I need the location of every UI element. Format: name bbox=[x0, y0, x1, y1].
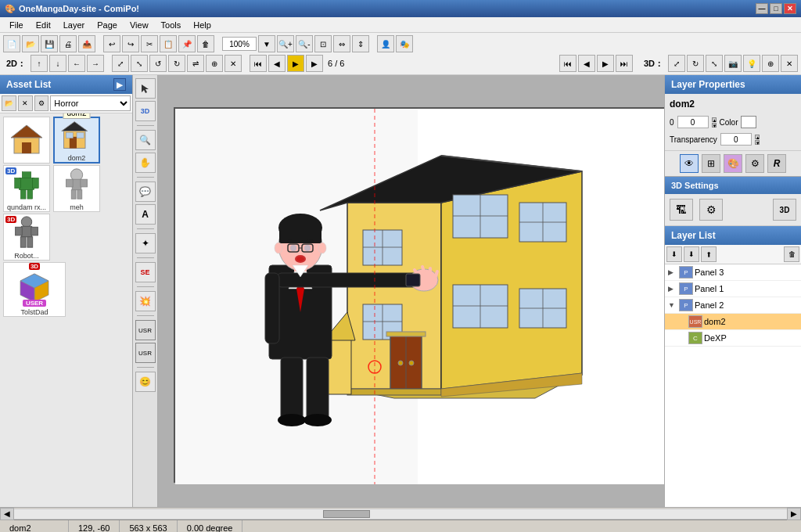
layer-panel1[interactable]: ▶ P Panel 1 bbox=[665, 281, 801, 297]
tb-open[interactable]: 📂 bbox=[22, 35, 39, 52]
tb-anim-start[interactable]: ⏮ bbox=[250, 55, 267, 72]
tool-se[interactable]: SE bbox=[135, 262, 156, 282]
tb-anim-next[interactable]: ▶ bbox=[306, 55, 323, 72]
tb-save[interactable]: 💾 bbox=[41, 35, 58, 52]
tb-2d-mirror[interactable]: ⇌ bbox=[187, 55, 204, 72]
asset-gundam[interactable]: 3D qundam rx... bbox=[3, 165, 50, 212]
tool-face[interactable]: 😊 bbox=[135, 372, 156, 392]
tb-flip-v[interactable]: ⇕ bbox=[352, 35, 369, 52]
tb-2d-x[interactable]: ✕ bbox=[224, 55, 242, 72]
tool-bubble[interactable]: 💬 bbox=[135, 182, 156, 202]
stroke-up-btn[interactable]: ▲ bbox=[712, 117, 717, 122]
tb-3d-move[interactable]: ⤢ bbox=[668, 55, 685, 72]
tb-3d-light[interactable]: 💡 bbox=[743, 55, 760, 72]
asset-house[interactable] bbox=[3, 117, 50, 164]
transparency-up-btn[interactable]: ▲ bbox=[755, 135, 760, 139]
layer-down-btn[interactable]: ⬇ bbox=[684, 246, 699, 262]
asset-add-btn[interactable]: 📂 bbox=[2, 95, 16, 111]
tb-frame-start[interactable]: ⏮ bbox=[559, 55, 577, 72]
tb-anim-play[interactable]: ▶ bbox=[287, 55, 304, 72]
menu-layer[interactable]: Layer bbox=[57, 19, 92, 31]
tool-zoom[interactable]: 🔍 bbox=[135, 130, 156, 150]
tb-zoom-dropdown[interactable]: ▼ bbox=[258, 35, 275, 52]
tb-copy[interactable]: 📋 bbox=[160, 35, 177, 52]
zoom-input[interactable] bbox=[222, 37, 257, 51]
tab-layers[interactable]: ⊞ bbox=[702, 154, 720, 173]
tb-print[interactable]: 🖨 bbox=[59, 35, 77, 52]
tb-3d-scale[interactable]: ⤡ bbox=[706, 55, 723, 72]
tb-flip-h[interactable]: ⇔ bbox=[333, 35, 350, 52]
tb-3d-rot[interactable]: ↻ bbox=[687, 55, 704, 72]
scroll-right-btn[interactable]: ▶ bbox=[787, 508, 801, 520]
tb-undo[interactable]: ↩ bbox=[103, 35, 120, 52]
manga-canvas[interactable] bbox=[174, 107, 664, 483]
transparency-down-btn[interactable]: ▼ bbox=[755, 140, 760, 145]
layer-add-btn[interactable]: ⬇ bbox=[666, 246, 682, 262]
tool-text[interactable]: A bbox=[135, 204, 156, 225]
asset-robot[interactable]: 3D Robot... bbox=[3, 214, 50, 261]
tb-frame-next[interactable]: ▶ bbox=[597, 55, 614, 72]
scroll-left-btn[interactable]: ◀ bbox=[0, 508, 14, 520]
tab-r[interactable]: R bbox=[767, 154, 786, 173]
settings-3d-btn-3[interactable]: 3D bbox=[773, 199, 796, 221]
tool-burst[interactable]: 💥 bbox=[135, 291, 156, 311]
tab-eye[interactable]: 👁 bbox=[680, 154, 699, 173]
layer-panel2[interactable]: ▼ P Panel 2 bbox=[665, 297, 801, 314]
tb-2d-rot-r[interactable]: ↻ bbox=[168, 55, 185, 72]
scroll-thumb-h[interactable] bbox=[323, 510, 370, 518]
tool-user-asset-2[interactable]: USR bbox=[135, 343, 156, 363]
tb-frame-end[interactable]: ⏭ bbox=[616, 55, 633, 72]
close-button[interactable]: ✕ bbox=[784, 3, 796, 14]
tb-2d-up[interactable]: ↑ bbox=[31, 55, 48, 72]
horizontal-scrollbar[interactable]: ◀ ▶ bbox=[0, 507, 801, 519]
tb-paste[interactable]: 📌 bbox=[178, 35, 196, 52]
menu-tools[interactable]: Tools bbox=[155, 19, 188, 31]
tb-frame-prev[interactable]: ◀ bbox=[578, 55, 595, 72]
tab-color[interactable]: 🎨 bbox=[724, 154, 742, 173]
layer-panel3[interactable]: ▶ P Panel 3 bbox=[665, 264, 801, 281]
menu-file[interactable]: File bbox=[3, 19, 30, 31]
tb-redo[interactable]: ↪ bbox=[122, 35, 139, 52]
stroke-down-btn[interactable]: ▼ bbox=[712, 123, 717, 128]
layer-dexp[interactable]: C DeXP bbox=[665, 330, 801, 347]
tb-cut[interactable]: ✂ bbox=[141, 35, 158, 52]
tool-user-asset[interactable]: USR bbox=[135, 320, 156, 340]
tb-export[interactable]: 📤 bbox=[78, 35, 95, 52]
layer-dom2[interactable]: USR dom2 bbox=[665, 314, 801, 330]
tb-zoom-out[interactable]: 🔍- bbox=[296, 35, 313, 52]
tb-2d-left[interactable]: ← bbox=[68, 55, 85, 72]
layer-delete-btn[interactable]: 🗑 bbox=[784, 246, 799, 262]
tb-2d-right[interactable]: → bbox=[87, 55, 104, 72]
tb-new[interactable]: 📄 bbox=[3, 35, 20, 52]
tool-hand[interactable]: ✋ bbox=[135, 153, 156, 173]
tb-2d-rot-l[interactable]: ↺ bbox=[149, 55, 167, 72]
tool-3d-1[interactable]: 3D bbox=[135, 101, 156, 121]
asset-meh[interactable]: meh bbox=[53, 165, 100, 212]
minimize-button[interactable]: — bbox=[756, 3, 768, 14]
canvas-area[interactable] bbox=[158, 75, 664, 507]
asset-delete-btn[interactable]: ✕ bbox=[18, 95, 33, 111]
category-select[interactable]: Horror City Nature Sci-Fi Fantasy bbox=[50, 95, 131, 111]
tb-delete[interactable]: 🗑 bbox=[197, 35, 214, 52]
tb-3d-reset2[interactable]: ⊕ bbox=[762, 55, 779, 72]
asset-dom2[interactable]: dom2 dom2 bbox=[53, 117, 100, 164]
asset-3d-cube[interactable]: 3D USER TolstDad bbox=[3, 262, 66, 317]
tb-3d-x[interactable]: ✕ bbox=[781, 55, 798, 72]
settings-3d-btn-1[interactable]: 🏗 bbox=[670, 199, 693, 221]
maximize-button[interactable]: □ bbox=[770, 3, 782, 14]
color-picker-btn[interactable] bbox=[741, 116, 756, 128]
menu-view[interactable]: View bbox=[124, 19, 155, 31]
tb-fit[interactable]: ⊡ bbox=[314, 35, 332, 52]
tb-2d-down[interactable]: ↓ bbox=[49, 55, 66, 72]
tab-settings[interactable]: ⚙ bbox=[745, 154, 764, 173]
tb-3d-cam[interactable]: 📷 bbox=[724, 55, 742, 72]
tool-effects[interactable]: ✦ bbox=[135, 233, 156, 253]
tb-2d-scale-down[interactable]: ⤡ bbox=[131, 55, 148, 72]
tool-select[interactable] bbox=[135, 78, 156, 99]
tb-character[interactable]: 👤 bbox=[377, 35, 394, 52]
layer-up-btn[interactable]: ⬇ bbox=[701, 246, 717, 262]
asset-collapse-button[interactable]: ▶ bbox=[113, 78, 126, 91]
menu-edit[interactable]: Edit bbox=[30, 19, 57, 31]
menu-page[interactable]: Page bbox=[91, 19, 124, 31]
tb-pose[interactable]: 🎭 bbox=[396, 35, 413, 52]
